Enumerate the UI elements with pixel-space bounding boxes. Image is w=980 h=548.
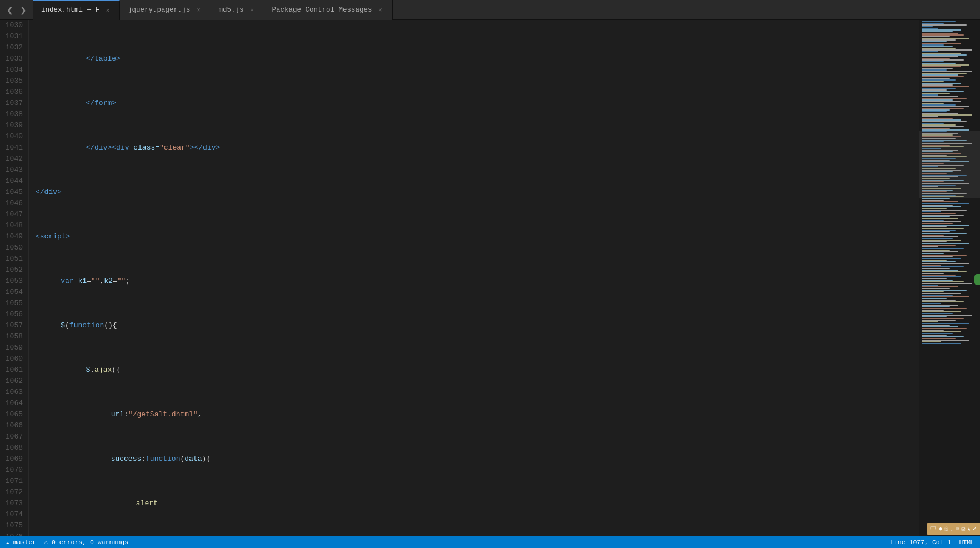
minimap-line xyxy=(922,280,953,281)
minimap-line xyxy=(922,23,944,24)
minimap-line xyxy=(922,341,941,342)
line-number: 1052 xyxy=(4,265,23,276)
minimap-line xyxy=(922,263,969,264)
tray-icon-6: ✉ xyxy=(961,525,965,533)
minimap-line xyxy=(922,91,964,92)
minimap-line xyxy=(922,258,961,259)
minimap-line xyxy=(922,286,958,287)
minimap-line xyxy=(922,76,964,77)
minimap-line xyxy=(922,43,961,44)
system-tray: 中 ♦ ☏ . ⌨ ✉ ★ ✓ xyxy=(927,523,980,535)
tray-icon-8: ✓ xyxy=(973,525,977,533)
tab-next-button[interactable]: ❯ xyxy=(18,4,29,16)
minimap-line xyxy=(922,121,967,122)
minimap-line xyxy=(922,288,950,289)
minimap-line xyxy=(922,31,953,32)
minimap-line xyxy=(922,228,964,229)
tab-md5-label: md5.js xyxy=(219,6,244,14)
tab-jquery-close-icon[interactable]: ✕ xyxy=(195,6,203,14)
minimap-line xyxy=(922,218,958,219)
tray-icon-7: ★ xyxy=(967,525,971,533)
minimap-line xyxy=(922,231,950,232)
line-number: 1036 xyxy=(4,87,23,98)
minimap-line xyxy=(922,86,969,87)
minimap-line xyxy=(922,296,969,297)
line-number: 1049 xyxy=(4,231,23,242)
code-line-1031: </form> xyxy=(36,98,919,109)
tab-package-control[interactable]: Package Control Messages ✕ xyxy=(264,0,393,20)
minimap-line xyxy=(922,68,953,69)
minimap-line xyxy=(922,58,950,59)
minimap-line xyxy=(922,39,956,41)
minimap-line xyxy=(922,73,967,74)
minimap-line xyxy=(922,311,961,312)
code-content[interactable]: </table> </form> </div><div class="clear… xyxy=(29,20,919,536)
tray-icon-3: ☏ xyxy=(944,525,948,533)
minimap-line xyxy=(922,321,938,322)
minimap-line xyxy=(922,298,947,299)
minimap-line xyxy=(922,276,961,277)
tab-md5-close-icon[interactable]: ✕ xyxy=(248,6,256,14)
line-number: 1035 xyxy=(4,76,23,87)
minimap-line xyxy=(922,53,961,54)
minimap-line xyxy=(922,74,958,76)
tab-jquery-pager[interactable]: jquery.pager.js ✕ xyxy=(120,0,211,20)
line-number: 1034 xyxy=(4,64,23,76)
minimap-line xyxy=(922,331,961,332)
minimap-line xyxy=(922,246,938,247)
line-number: 1053 xyxy=(4,276,23,287)
minimap-line xyxy=(922,270,958,271)
minimap-line xyxy=(922,245,956,246)
tab-index-close-icon[interactable]: ✕ xyxy=(104,6,112,14)
code-line-1035: var k1="",k2=""; xyxy=(36,276,919,287)
minimap-line xyxy=(922,266,964,267)
minimap-line xyxy=(922,38,969,39)
minimap-line xyxy=(922,293,961,294)
tab-index-html[interactable]: index.html — F ✕ xyxy=(33,0,120,20)
minimap-line xyxy=(922,109,950,111)
minimap-line xyxy=(922,118,953,119)
line-number: 1031 xyxy=(4,31,23,42)
line-number: 1074 xyxy=(4,509,23,520)
green-indicator xyxy=(974,274,980,285)
minimap-line xyxy=(922,275,956,276)
tab-bar: ❮ ❯ index.html — F ✕ jquery.pager.js ✕ m… xyxy=(0,0,980,20)
minimap-line xyxy=(922,308,967,309)
minimap-line xyxy=(922,78,950,79)
minimap-line xyxy=(922,291,944,292)
minimap-line xyxy=(922,295,953,296)
minimap-line xyxy=(922,326,958,327)
minimap-line xyxy=(922,126,964,127)
minimap-line xyxy=(922,241,947,242)
minimap-line xyxy=(922,63,956,64)
code-line-1040: alert xyxy=(36,498,919,509)
minimap-line xyxy=(922,223,953,224)
tab-package-close-icon[interactable]: ✕ xyxy=(377,6,384,14)
minimap-line xyxy=(922,216,950,217)
editor-area[interactable]: 1030 1031 1032 1033 1034 1035 1036 1037 … xyxy=(0,20,919,536)
line-number: 1060 xyxy=(4,353,23,365)
tab-index-label: index.html — F xyxy=(41,6,99,14)
minimap-line xyxy=(922,48,956,49)
minimap-line xyxy=(922,111,947,112)
tab-prev-button[interactable]: ❮ xyxy=(4,4,16,16)
minimap-line xyxy=(922,265,941,266)
line-number: 1037 xyxy=(4,98,23,109)
minimap-line xyxy=(922,205,953,206)
minimap-line xyxy=(922,335,947,336)
minimap-line xyxy=(922,248,964,249)
minimap-line xyxy=(922,240,961,241)
status-errors: ⚠ 0 errors, 0 warnings xyxy=(44,538,128,546)
minimap-line xyxy=(922,271,967,272)
minimap-line xyxy=(922,28,938,29)
line-number: 1051 xyxy=(4,253,23,265)
minimap-line xyxy=(922,238,953,239)
tab-md5[interactable]: md5.js ✕ xyxy=(211,0,264,20)
minimap[interactable] xyxy=(919,20,980,536)
line-number: 1073 xyxy=(4,498,23,509)
minimap-line xyxy=(922,106,969,107)
minimap-line xyxy=(922,119,961,121)
minimap-line xyxy=(922,89,947,91)
minimap-line xyxy=(922,113,958,114)
minimap-line xyxy=(922,88,956,89)
